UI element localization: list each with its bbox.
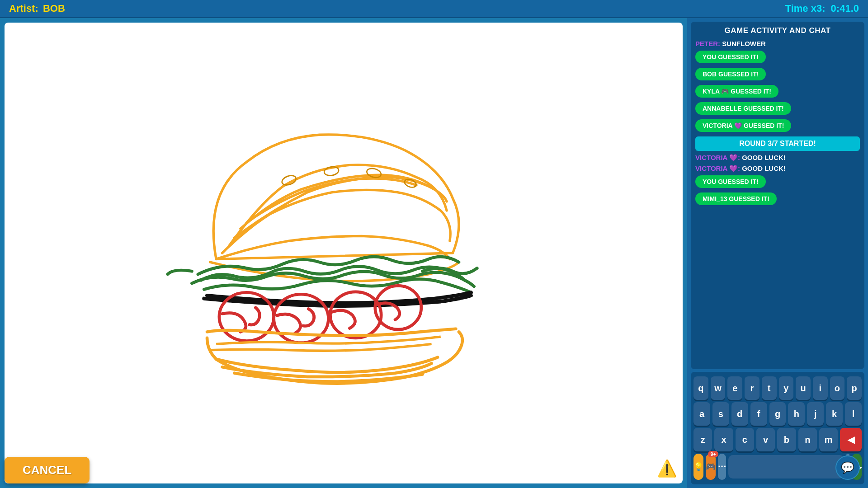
- you-guessed-pill-2: YOU GUESSED IT!: [695, 175, 766, 188]
- chat-message-peter: PETER: SUNFLOWER: [695, 40, 860, 48]
- annabelle-guessed-pill: ANNABELLE GUESSED IT!: [695, 102, 791, 115]
- key-j[interactable]: j: [807, 402, 824, 426]
- round-banner: ROUND 3/7 STARTED!: [695, 136, 860, 151]
- chat-pill-you-1: YOU GUESSED IT!: [695, 51, 860, 65]
- victoria-guessed-pill: VICTORIA 💜 GUESSED IT!: [695, 119, 791, 132]
- chat-sender-peter: PETER:: [695, 40, 720, 47]
- key-v[interactable]: v: [756, 428, 775, 451]
- main-layout: ⚠️ CANCEL GAME ACTIVITY AND CHAT PETER: …: [0, 18, 868, 488]
- artist-info: Artist: BOB: [9, 3, 65, 14]
- timer-info: Time x3: 0:41.0: [785, 3, 859, 14]
- chat-pill-bob: BOB GUESSED IT!: [695, 68, 860, 82]
- key-y[interactable]: y: [779, 376, 794, 400]
- key-o[interactable]: o: [830, 376, 845, 400]
- bob-guessed-pill: BOB GUESSED IT!: [695, 68, 766, 80]
- chat-text-peter: SUNFLOWER: [722, 40, 766, 47]
- top-bar: Artist: BOB Time x3: 0:41.0: [0, 0, 868, 18]
- key-p[interactable]: p: [847, 376, 862, 400]
- warning-icon: ⚠️: [657, 459, 677, 478]
- chat-pill-kyla: KYLA 🎮 GUESSED IT!: [695, 85, 860, 99]
- key-b[interactable]: b: [777, 428, 796, 451]
- chat-pill-mimi: MIMI_13 GUESSED IT!: [695, 192, 860, 207]
- timer-value: 0:41.0: [831, 3, 859, 14]
- key-h[interactable]: h: [788, 402, 805, 426]
- dots-button[interactable]: ···: [718, 454, 726, 480]
- chat-bubble-button[interactable]: 💬: [835, 455, 860, 480]
- key-i[interactable]: i: [813, 376, 828, 400]
- timer-label-text: Time x3:: [785, 3, 826, 14]
- key-f[interactable]: f: [750, 402, 767, 426]
- drawing-canvas: [5, 23, 683, 483]
- hint-button[interactable]: 💡: [693, 454, 703, 480]
- svg-point-6: [330, 292, 381, 338]
- canvas-area: ⚠️: [5, 23, 683, 483]
- cancel-button[interactable]: CANCEL: [5, 457, 90, 483]
- chat-sender-victoria-1: VICTORIA 💜:: [695, 154, 740, 161]
- mimi-guessed-pill: MIMI_13 GUESSED IT!: [695, 192, 777, 205]
- chat-text-victoria-2: GOOD LUCK!: [742, 164, 786, 172]
- key-u[interactable]: u: [796, 376, 811, 400]
- key-d[interactable]: d: [731, 402, 748, 426]
- key-m[interactable]: m: [819, 428, 838, 451]
- key-e[interactable]: e: [727, 376, 742, 400]
- chat-pill-victoria-1: VICTORIA 💜 GUESSED IT!: [695, 119, 860, 134]
- key-l[interactable]: l: [845, 402, 862, 426]
- key-n[interactable]: n: [798, 428, 817, 451]
- drawing-panel: ⚠️ CANCEL: [0, 18, 687, 488]
- key-c[interactable]: c: [736, 428, 754, 451]
- chat-pill-you-2: YOU GUESSED IT!: [695, 175, 860, 190]
- key-x[interactable]: x: [714, 428, 733, 451]
- boost-button[interactable]: 🎮 9+: [706, 454, 716, 480]
- chat-text-victoria-1: GOOD LUCK!: [742, 154, 786, 161]
- keyboard-row-3: z x c v b n m ◀: [693, 428, 862, 451]
- artist-label-text: Artist:: [9, 3, 38, 14]
- you-guessed-pill-1: YOU GUESSED IT!: [695, 51, 766, 63]
- keyboard-row-2: a s d f g h j k l: [693, 402, 862, 426]
- keyboard-row-1: q w e r t y u i o p: [693, 376, 862, 400]
- chat-title: GAME ACTIVITY AND CHAT: [695, 26, 860, 35]
- chat-bubble-icon: 💬: [841, 461, 854, 474]
- key-k[interactable]: k: [826, 402, 843, 426]
- key-a[interactable]: a: [693, 402, 710, 426]
- artist-name: BOB: [43, 3, 65, 14]
- chat-message-victoria-gl-2: VICTORIA 💜: GOOD LUCK!: [695, 164, 860, 173]
- backspace-button[interactable]: ◀: [840, 428, 862, 451]
- dots-icon: ···: [718, 461, 726, 473]
- chat-pill-annabelle: ANNABELLE GUESSED IT!: [695, 102, 860, 117]
- svg-point-1: [324, 166, 340, 177]
- key-q[interactable]: q: [693, 376, 708, 400]
- key-s[interactable]: s: [712, 402, 729, 426]
- hint-icon: 💡: [693, 462, 703, 472]
- guess-input[interactable]: [728, 455, 844, 479]
- key-t[interactable]: t: [762, 376, 777, 400]
- key-r[interactable]: r: [745, 376, 760, 400]
- key-g[interactable]: g: [769, 402, 786, 426]
- key-w[interactable]: w: [711, 376, 726, 400]
- chat-area: GAME ACTIVITY AND CHAT PETER: SUNFLOWER …: [691, 22, 864, 369]
- boost-icon: 🎮: [706, 462, 716, 472]
- chat-message-victoria-gl-1: VICTORIA 💜: GOOD LUCK!: [695, 154, 860, 162]
- chat-sender-victoria-2: VICTORIA 💜:: [695, 164, 740, 172]
- right-panel: GAME ACTIVITY AND CHAT PETER: SUNFLOWER …: [687, 18, 868, 488]
- boost-badge: 9+: [708, 451, 718, 457]
- kyla-guessed-pill: KYLA 🎮 GUESSED IT!: [695, 85, 778, 98]
- key-z[interactable]: z: [693, 428, 712, 451]
